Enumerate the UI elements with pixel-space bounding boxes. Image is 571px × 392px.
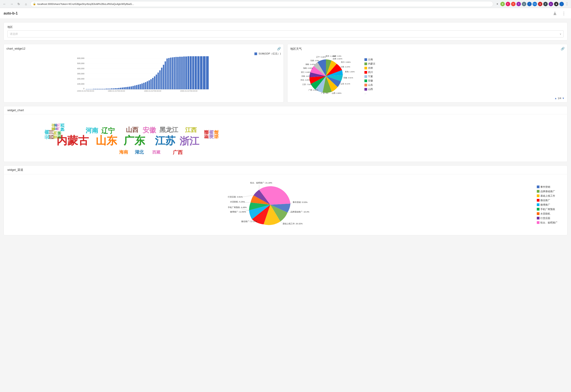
svg-rect-46 (136, 85, 137, 89)
svg-rect-28 (104, 89, 105, 89)
svg-text:轮台、贴吧推广: 21.18%: 轮台、贴吧推广: 21.18% (250, 182, 272, 184)
ext-icon-9[interactable]: io (549, 2, 553, 6)
svg-rect-22 (93, 89, 95, 89)
svg-text:广东: 9%: 广东: 9% (321, 92, 328, 94)
svg-rect-81 (206, 56, 209, 89)
svg-rect-24 (97, 89, 98, 89)
header-actions: ⋮ (551, 10, 567, 17)
pie-chart-link-icon[interactable]: 🔗 (561, 47, 565, 50)
word-jiangsu[interactable]: 江苏 (155, 134, 176, 148)
filter-section: 地区 请选择 (4, 22, 567, 41)
ext-icon-8[interactable]: ▼ (543, 2, 548, 6)
word-jilin[interactable]: 吉林 (57, 131, 62, 139)
legend-color-neimenggu (364, 62, 367, 65)
svg-rect-74 (188, 56, 189, 89)
word-jiangxi[interactable]: 江西 (185, 126, 197, 134)
reload-button[interactable]: ↻ (16, 1, 21, 7)
forward-button[interactable]: → (9, 1, 14, 7)
bar-chart-link-icon[interactable]: 🔗 (277, 47, 281, 50)
legend-label-sichuan: 四川 (368, 70, 373, 74)
svg-rect-70 (179, 57, 181, 89)
bookmark-icon[interactable]: ★ (495, 2, 499, 6)
back-button[interactable]: ← (2, 1, 7, 7)
legend-more: ... (364, 92, 366, 94)
svg-rect-58 (158, 72, 159, 89)
svg-text:品牌基础推广: 10.4%: 品牌基础推广: 10.4% (290, 211, 309, 213)
channel-legend-label-9: 轮台、贴吧推广 (540, 221, 557, 224)
bar-chart-card: chart_widge12 🔗 SUM(GDP（亿元）) 600,000 500… (4, 44, 284, 102)
word-guangxi[interactable]: 广西 (173, 149, 183, 156)
ext-icon-3[interactable]: R (511, 2, 516, 6)
word-zhejiang[interactable]: 浙江 (180, 135, 199, 148)
svg-text:辽宁: 5.48%: 辽宁: 5.48% (316, 56, 326, 58)
legend-label: SUM(GDP（亿元）) (258, 52, 281, 55)
word-shandong[interactable]: 山东 (96, 134, 117, 148)
prev-icon[interactable]: ▲ (555, 97, 557, 99)
legend-label-shanxi: 山西 (368, 87, 373, 91)
svg-rect-67 (174, 57, 175, 89)
svg-line-118 (241, 195, 254, 197)
select-wrapper: 请选择 (7, 30, 564, 38)
channel-legend-item-4: 微信推广 (537, 199, 564, 202)
word-shanxi[interactable]: 山西 (126, 126, 138, 134)
ext-icon-2[interactable]: ► (506, 2, 510, 6)
ext-icon-6[interactable]: ✓ (527, 2, 532, 6)
svg-text:河南: 3.87%: 河南: 3.87% (301, 75, 311, 77)
svg-text:1983-01-01T00:00:00: 1983-01-01T00:00:00 (144, 90, 161, 92)
word-anhui[interactable]: 安徽 (143, 126, 156, 135)
ext-icon-7[interactable]: ★ (538, 2, 542, 6)
svg-text:安徽: 4.51%: 安徽: 4.51% (343, 77, 353, 79)
word-guangdong[interactable]: 广东 (124, 134, 145, 148)
svg-text:云南: 2.24%: 云南: 2.24% (341, 66, 350, 68)
word-heilongjiang[interactable]: 黑龙江 (159, 126, 178, 134)
svg-text:甘肃: 2.9%: 甘肃: 2.9% (310, 60, 319, 62)
ext-icon-10[interactable]: ◆ (554, 2, 558, 6)
region-select[interactable]: 请选择 (7, 30, 564, 38)
svg-rect-34 (115, 88, 116, 89)
select-placeholder: 请选择 (10, 32, 18, 36)
legend-color-jilin (364, 67, 367, 70)
more-options-button[interactable]: ⋮ (560, 10, 567, 17)
svg-text:微信推广: 17.37%: 微信推广: 17.37% (241, 220, 257, 223)
word-shaanxi[interactable]: 陕西 (60, 123, 65, 131)
svg-rect-69 (177, 57, 179, 89)
legend-item-anhui: 安徽 (364, 79, 375, 82)
ext-icon-1[interactable]: ◆ (500, 2, 505, 6)
charts-row: chart_widge12 🔗 SUM(GDP（亿元）) 600,000 500… (4, 44, 567, 102)
url-bar[interactable]: 🔒 localhost:3000/share?token=IlCnzIGBgwS… (30, 1, 493, 7)
menu-icon[interactable]: ⋮ (565, 2, 569, 6)
word-hubei[interactable]: 湖北 (135, 149, 144, 155)
channel-legend-item-6: 手机厂商预装 (537, 208, 564, 211)
url-text: localhost:3000/share?token=IlCnzIGBgwShy… (37, 3, 134, 5)
svg-rect-66 (172, 57, 173, 89)
ext-icon-new[interactable]: New (533, 2, 537, 6)
browser-toolbar: ★ ◆ ► R ✦ ● ✓ New ★ ▼ io ◆ 👤 ⋮ (495, 2, 569, 6)
word-henan[interactable]: 河南 (86, 126, 98, 135)
svg-text:0: 0 (83, 87, 84, 90)
svg-rect-20 (90, 89, 91, 89)
next-icon[interactable]: ▼ (562, 97, 565, 99)
svg-text:200,000: 200,000 (77, 78, 85, 80)
ext-icon-4[interactable]: ✦ (516, 2, 521, 6)
word-hainan[interactable]: 海南 (119, 149, 128, 155)
legend-label-yunnan: 云南 (368, 58, 373, 61)
pie-nav: ▲ 1/4 ▼ (555, 97, 565, 99)
word-liaoning[interactable]: 辽宁 (101, 126, 115, 136)
legend-color-sichuan (364, 71, 367, 74)
legend-label-neimenggu: 内蒙古 (368, 62, 375, 65)
word-chongqing[interactable]: 重庆 (51, 124, 56, 131)
word-fujian[interactable]: 福建 (213, 130, 219, 139)
bar-chart-svg: 600,000 500,000 400,000 300,000 200,000 … (6, 56, 281, 92)
download-button[interactable] (551, 10, 558, 17)
svg-rect-21 (91, 89, 93, 89)
svg-text:600,000: 600,000 (77, 57, 85, 59)
svg-rect-56 (154, 76, 155, 89)
home-button[interactable]: ⌂ (23, 1, 29, 7)
widget-chart-section: widget_chart 内蒙古 山东 广东 江苏 浙江 辽宁 山西 安徽 黑龙… (4, 106, 567, 162)
word-xizang[interactable]: 西藏 (152, 150, 160, 155)
ext-icon-5[interactable]: ● (522, 2, 526, 6)
legend-color-shanxi (364, 88, 367, 91)
svg-rect-42 (129, 87, 130, 89)
channel-legend-item-1: 事件营销 (537, 185, 564, 189)
profile-icon[interactable]: 👤 (559, 2, 564, 6)
